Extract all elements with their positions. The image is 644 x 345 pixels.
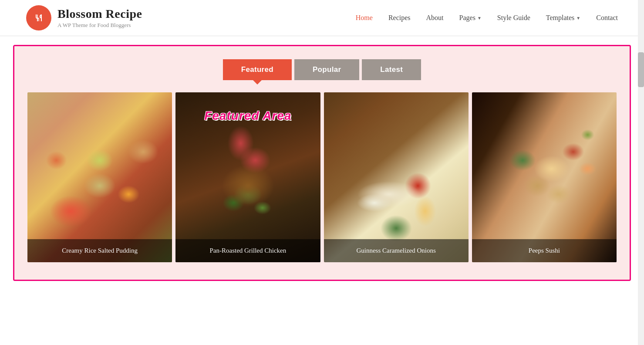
nav-home[interactable]: Home	[356, 14, 373, 22]
pages-caret: ▼	[477, 16, 482, 20]
recipe-caption-2: Pan-Roasted Grilled Chicken	[175, 239, 320, 262]
nav-pages[interactable]: Pages ▼	[459, 14, 482, 22]
recipe-image-3	[324, 92, 469, 262]
site-tagline: A WP Theme for Food Bloggers	[57, 22, 142, 29]
svg-point-0	[33, 12, 45, 24]
recipe-card-1[interactable]: Creamy Rice Salted Pudding	[27, 92, 172, 262]
recipe-card-4[interactable]: Peeps Sushi	[472, 92, 617, 262]
site-header: Blossom Recipe A WP Theme for Food Blogg…	[0, 0, 644, 36]
nav-style-guide[interactable]: Style Guide	[497, 14, 530, 22]
logo-icon[interactable]	[26, 5, 51, 30]
scrollbar-thumb[interactable]	[638, 52, 644, 87]
recipe-grid: Creamy Rice Salted Pudding Featured Area…	[27, 92, 617, 262]
recipe-card-2[interactable]: Featured Area Pan-Roasted Grilled Chicke…	[175, 92, 320, 262]
logo-area: Blossom Recipe A WP Theme for Food Blogg…	[26, 5, 142, 30]
nav-templates[interactable]: Templates ▼	[546, 14, 580, 22]
main-nav: Home Recipes About Pages ▼ Style Guide T…	[356, 14, 618, 22]
featured-section: Featured Popular Latest Creamy Rice Salt…	[13, 45, 631, 281]
recipe-image-4	[472, 92, 617, 262]
recipe-card-3[interactable]: Guinness Caramelized Onions	[324, 92, 469, 262]
recipe-caption-4: Peeps Sushi	[472, 239, 617, 262]
scrollbar-track[interactable]	[638, 0, 644, 290]
recipe-caption-1: Creamy Rice Salted Pudding	[27, 239, 172, 262]
recipe-image-1	[27, 92, 172, 262]
tab-latest[interactable]: Latest	[362, 59, 421, 80]
nav-about[interactable]: About	[426, 14, 444, 22]
nav-recipes[interactable]: Recipes	[388, 14, 411, 22]
tab-featured[interactable]: Featured	[223, 59, 292, 80]
tab-group: Featured Popular Latest	[27, 59, 617, 80]
site-title: Blossom Recipe	[57, 7, 142, 21]
recipe-image-2	[175, 92, 320, 262]
logo-text: Blossom Recipe A WP Theme for Food Blogg…	[57, 7, 142, 29]
recipe-caption-3: Guinness Caramelized Onions	[324, 239, 469, 262]
nav-contact[interactable]: Contact	[596, 14, 618, 22]
templates-caret: ▼	[576, 16, 580, 20]
tab-popular[interactable]: Popular	[294, 59, 359, 80]
